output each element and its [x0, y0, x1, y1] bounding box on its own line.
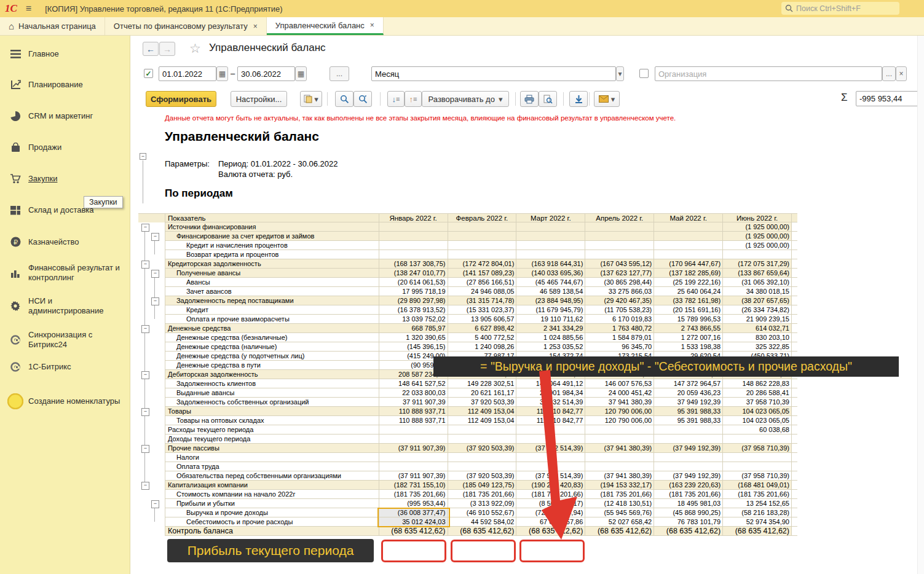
favorite-star-icon[interactable]: ☆	[189, 41, 201, 56]
row-label[interactable]: Возврат кредита и процентов	[165, 250, 379, 259]
table-cell[interactable]: (37 932 514,39)	[516, 471, 585, 481]
row-label[interactable]: Денежные средства	[165, 324, 379, 333]
table-cell[interactable]: 614 032,71	[723, 324, 792, 333]
table-cell[interactable]: 20 621 161,17	[448, 388, 517, 398]
table-cell[interactable]	[585, 250, 654, 259]
column-header-indicator[interactable]: Показатель	[165, 213, 379, 222]
table-cell[interactable]: (37 941 380,39)	[585, 471, 654, 481]
table-cell[interactable]	[379, 241, 448, 250]
table-cell[interactable]: (37 949 192,39)	[654, 471, 723, 481]
table-cell[interactable]: (181 735 201,66)	[379, 490, 448, 499]
column-header-month[interactable]: Февраль 2022 г.	[448, 213, 517, 222]
back-button[interactable]: ←	[143, 42, 159, 56]
row-label[interactable]: Стоимость компании на начало 2022г	[165, 490, 379, 499]
table-cell[interactable]: (27 856 166,51)	[448, 278, 517, 287]
row-label[interactable]: Полученные авансы	[165, 269, 379, 278]
table-cell[interactable]: 668 785,97	[379, 324, 448, 333]
table-cell[interactable]: (1 925 000,00)	[723, 241, 792, 250]
group-expander-icon[interactable]: −	[151, 297, 159, 305]
table-cell[interactable]: (168 137 308,75)	[379, 259, 448, 269]
save-file-icon[interactable]	[569, 91, 588, 107]
table-cell[interactable]: 76 783 101,79	[654, 517, 723, 527]
table-cell[interactable]: 95 391 988,33	[654, 407, 723, 416]
table-cell[interactable]	[379, 222, 448, 232]
row-label[interactable]: Товары на оптовых складах	[165, 416, 379, 425]
row-label[interactable]: Капитализация компании	[165, 481, 379, 490]
table-cell[interactable]: 325 322,85	[723, 342, 792, 352]
table-cell[interactable]: (172 472 804,01)	[448, 259, 517, 269]
row-label[interactable]: Кредиторская задолженность	[165, 259, 379, 269]
row-label[interactable]: Задолженность перед поставщиками	[165, 296, 379, 305]
table-cell[interactable]	[516, 425, 585, 434]
table-cell[interactable]: (37 949 192,39)	[654, 444, 723, 453]
table-cell[interactable]: (133 867 659,64)	[723, 269, 792, 278]
table-cell[interactable]: (37 958 710,39)	[723, 444, 792, 453]
sidebar-item-4[interactable]: Закупки	[0, 174, 130, 184]
sidebar-item-7[interactable]: Финансовый результат и контроллинг	[0, 263, 130, 283]
table-cell[interactable]: (20 151 691,16)	[654, 305, 723, 315]
table-cell[interactable]	[516, 241, 585, 250]
find-next-icon[interactable]	[353, 91, 372, 107]
table-cell[interactable]: (68 635 412,62)	[516, 527, 585, 536]
settings-button[interactable]: Настройки...	[231, 91, 287, 107]
table-cell[interactable]: (145 396,15)	[379, 342, 448, 352]
table-cell[interactable]: 1 763 480,72	[585, 324, 654, 333]
column-header-month[interactable]: Май 2022 г.	[654, 213, 723, 222]
sidebar-item-3[interactable]: Продажи	[0, 143, 130, 152]
table-cell[interactable]	[379, 453, 448, 462]
collapse-groups-icon[interactable]: ↓≡	[387, 91, 405, 107]
table-cell[interactable]: (26 334 734,82)	[723, 305, 792, 315]
sidebar-item-10[interactable]: 1С-Битрикс	[0, 362, 130, 372]
send-email-icon[interactable]: ▾	[594, 91, 620, 107]
table-cell[interactable]: (37 911 907,39)	[379, 444, 448, 453]
table-cell[interactable]: (170 964 447,67)	[654, 259, 723, 269]
table-cell[interactable]: (12 418 130,51)	[585, 499, 654, 508]
table-cell[interactable]: (181 735 201,66)	[516, 490, 585, 499]
table-cell[interactable]: (45 465 744,67)	[516, 278, 585, 287]
row-label[interactable]: Контроль баланса	[165, 527, 379, 536]
table-cell[interactable]	[654, 222, 723, 232]
group-expander-icon[interactable]: −	[151, 233, 159, 241]
table-cell[interactable]	[723, 462, 792, 471]
table-cell[interactable]	[516, 453, 585, 462]
table-cell[interactable]	[585, 453, 654, 462]
table-cell[interactable]: (137 623 127,77)	[585, 269, 654, 278]
table-cell[interactable]: 37 911 907,39	[379, 398, 448, 407]
row-label[interactable]: Товары	[165, 407, 379, 416]
table-cell[interactable]: 1 240 098,26	[448, 342, 517, 352]
table-cell[interactable]: (58 216 183,28)	[723, 508, 792, 517]
table-cell[interactable]: (37 911 907,39)	[379, 471, 448, 481]
table-cell[interactable]	[654, 453, 723, 462]
table-cell[interactable]: (3 313 922,09)	[448, 499, 517, 508]
table-cell[interactable]: (140 033 695,36)	[516, 269, 585, 278]
table-cell[interactable]: (185 049 123,75)	[448, 481, 517, 490]
table-cell[interactable]: 20 059 436,23	[654, 388, 723, 398]
column-header-month[interactable]: Март 2022 г.	[516, 213, 585, 222]
row-label[interactable]: Денежные средства в пути	[165, 361, 379, 370]
table-cell[interactable]: (168 481 049,01)	[723, 481, 792, 490]
table-cell[interactable]: (137 182 285,69)	[654, 269, 723, 278]
sidebar-item-8[interactable]: НСИ и администрирование	[0, 296, 130, 316]
table-cell[interactable]: (68 635 412,62)	[723, 527, 792, 536]
row-label[interactable]: Доходы текущего периода	[165, 434, 379, 444]
table-cell[interactable]: 110 888 937,71	[379, 416, 448, 425]
table-cell[interactable]: 18 495 981,03	[654, 499, 723, 508]
table-cell[interactable]	[448, 232, 517, 241]
table-cell[interactable]	[654, 425, 723, 434]
group-expander-icon[interactable]: −	[151, 270, 159, 278]
org-clear-icon[interactable]: ×	[896, 66, 907, 81]
table-cell[interactable]: 96 345,70	[585, 342, 654, 352]
tab-0[interactable]: ⌂Начальная страница	[0, 17, 105, 35]
table-cell[interactable]: 112 409 153,04	[448, 407, 517, 416]
table-cell[interactable]: 148 862 228,83	[723, 379, 792, 388]
table-cell[interactable]: 6 170 019,83	[585, 315, 654, 324]
row-label[interactable]: Источники финансирования	[165, 222, 379, 232]
table-cell[interactable]: 1 584 879,01	[585, 333, 654, 342]
table-cell[interactable]	[654, 241, 723, 250]
table-cell[interactable]: 25 901 984,34	[516, 388, 585, 398]
forward-button[interactable]: →	[159, 42, 175, 56]
table-cell[interactable]: (181 735 201,66)	[448, 490, 517, 499]
row-label[interactable]: Зачет авансов	[165, 287, 379, 296]
table-cell[interactable]: (1 925 000,00)	[723, 222, 792, 232]
find-icon[interactable]	[335, 91, 353, 107]
